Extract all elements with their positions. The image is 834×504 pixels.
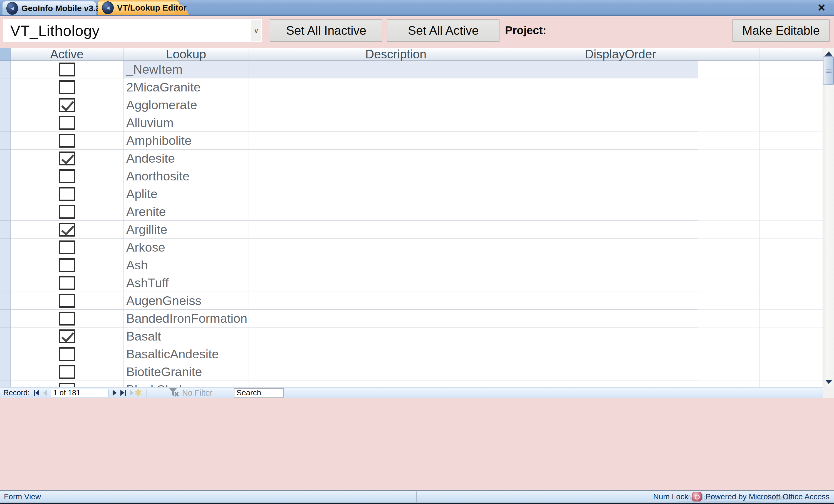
description-cell[interactable] [249, 327, 543, 345]
active-checkbox[interactable] [59, 169, 75, 183]
active-cell[interactable] [10, 256, 124, 274]
row-selector[interactable] [0, 61, 10, 78]
description-cell[interactable] [249, 292, 543, 310]
active-cell[interactable] [10, 185, 124, 203]
lookup-cell[interactable]: Aplite [124, 185, 249, 203]
description-cell[interactable] [249, 185, 543, 203]
row-selector[interactable] [0, 363, 10, 381]
description-cell[interactable] [249, 274, 543, 292]
displayorder-cell[interactable] [543, 345, 698, 363]
active-checkbox[interactable] [59, 98, 75, 112]
lookup-cell[interactable]: BandedIronFormation [124, 310, 249, 327]
displayorder-cell[interactable] [543, 256, 698, 274]
row-selector[interactable] [0, 185, 10, 203]
displayorder-cell[interactable] [543, 167, 698, 185]
lookup-cell[interactable]: Arenite [124, 203, 249, 221]
lookup-cell[interactable]: BasalticAndesite [124, 345, 249, 363]
lookup-cell[interactable]: AshTuff [124, 274, 249, 292]
active-checkbox[interactable] [59, 152, 75, 165]
active-cell[interactable] [10, 78, 124, 96]
record-position-input[interactable] [51, 389, 109, 397]
lookup-cell[interactable]: BlackShale [124, 381, 249, 387]
displayorder-cell[interactable] [543, 221, 698, 238]
row-selector[interactable] [0, 96, 10, 114]
description-cell[interactable] [249, 256, 543, 274]
row-selector[interactable] [0, 345, 10, 363]
active-cell[interactable] [10, 203, 124, 221]
active-cell[interactable] [10, 363, 124, 381]
description-cell[interactable] [249, 381, 543, 387]
description-cell[interactable] [249, 150, 543, 167]
active-checkbox[interactable] [59, 329, 75, 343]
active-checkbox[interactable] [59, 116, 75, 130]
active-cell[interactable] [10, 150, 124, 167]
lookup-cell[interactable]: Amphibolite [124, 132, 249, 150]
active-cell[interactable] [10, 310, 124, 327]
search-input[interactable] [234, 388, 284, 397]
column-header-description[interactable]: Description [249, 48, 543, 61]
row-selector[interactable] [0, 292, 10, 310]
active-checkbox[interactable] [59, 365, 75, 379]
tab-geoinfo-mobile[interactable]: ◄ GeoInfo Mobile v3.3b5 [2, 1, 96, 15]
active-cell[interactable] [10, 327, 124, 345]
displayorder-cell[interactable] [543, 96, 698, 114]
column-header-active[interactable]: Active [10, 48, 124, 61]
scroll-down-icon[interactable] [823, 376, 834, 387]
row-selector[interactable] [0, 167, 10, 185]
row-selector[interactable] [0, 381, 10, 387]
active-cell[interactable] [10, 132, 124, 150]
displayorder-cell[interactable] [543, 185, 698, 203]
active-checkbox[interactable] [59, 258, 75, 272]
chevron-down-icon[interactable]: ∨ [251, 20, 261, 41]
first-record-button[interactable] [34, 388, 39, 397]
description-cell[interactable] [249, 345, 543, 363]
set-all-active-button[interactable]: Set All Active [387, 20, 500, 42]
row-selector[interactable] [0, 327, 10, 345]
column-header-displayorder[interactable]: DisplayOrder [543, 48, 698, 61]
row-selector[interactable] [0, 150, 10, 167]
lookup-cell[interactable]: BiotiteGranite [124, 363, 249, 381]
displayorder-cell[interactable] [543, 238, 698, 256]
row-selector[interactable] [0, 221, 10, 238]
tab-vt-lookup-editor[interactable]: ◄ VT/Lookup Editor [98, 0, 179, 15]
set-all-inactive-button[interactable]: Set All Inactive [270, 20, 382, 42]
description-cell[interactable] [249, 167, 543, 185]
description-cell[interactable] [249, 203, 543, 221]
active-checkbox[interactable] [59, 294, 75, 308]
scrollbar-thumb[interactable] [823, 56, 834, 85]
displayorder-cell[interactable] [543, 363, 698, 381]
displayorder-cell[interactable] [543, 132, 698, 150]
row-selector[interactable] [0, 310, 10, 327]
last-record-button[interactable] [120, 388, 126, 397]
active-checkbox[interactable] [59, 383, 75, 388]
row-selector[interactable] [0, 78, 10, 96]
column-header-lookup[interactable]: Lookup [124, 48, 249, 61]
active-cell[interactable] [10, 274, 124, 292]
lookup-cell[interactable]: 2MicaGranite [124, 78, 249, 96]
displayorder-cell[interactable] [543, 61, 698, 78]
lookup-cell[interactable]: Arkose [124, 238, 249, 256]
lookup-cell[interactable]: AugenGneiss [124, 292, 249, 310]
description-cell[interactable] [249, 61, 543, 78]
vertical-scrollbar[interactable] [822, 48, 834, 387]
next-record-button[interactable] [113, 388, 116, 397]
close-tab-icon[interactable]: × [815, 2, 828, 13]
displayorder-cell[interactable] [543, 150, 698, 167]
row-selector[interactable] [0, 256, 10, 274]
row-selector[interactable] [0, 114, 10, 132]
active-checkbox[interactable] [59, 276, 75, 290]
active-checkbox[interactable] [59, 187, 75, 201]
lookup-cell[interactable]: Alluvium [124, 114, 249, 132]
row-selector[interactable] [0, 203, 10, 221]
active-checkbox[interactable] [59, 312, 75, 325]
row-selector[interactable] [0, 274, 10, 292]
active-cell[interactable] [10, 221, 124, 238]
description-cell[interactable] [249, 310, 543, 327]
active-cell[interactable] [10, 345, 124, 363]
description-cell[interactable] [249, 132, 543, 150]
active-checkbox[interactable] [59, 134, 75, 147]
displayorder-cell[interactable] [543, 78, 698, 96]
active-checkbox[interactable] [59, 205, 75, 219]
displayorder-cell[interactable] [543, 274, 698, 292]
active-cell[interactable] [10, 61, 124, 78]
